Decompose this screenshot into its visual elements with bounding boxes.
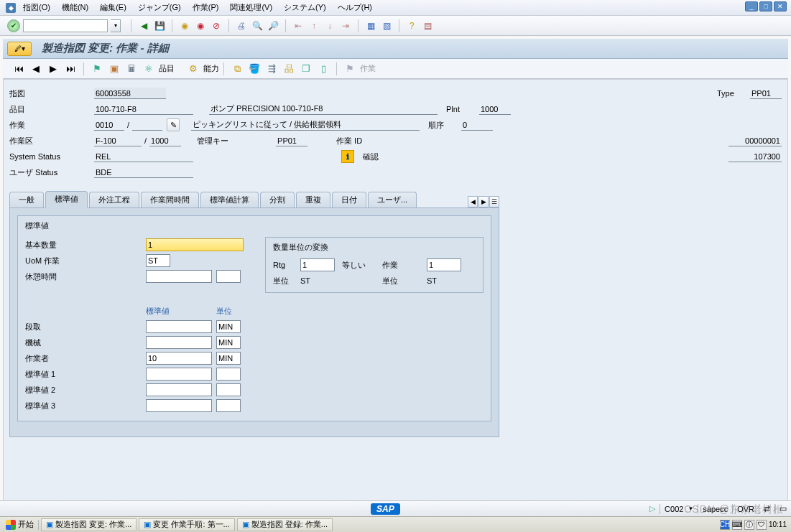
order-label: 指図 <box>9 88 94 99</box>
prev-page-icon[interactable]: ↑ <box>308 20 320 32</box>
new-session-icon[interactable]: ▦ <box>365 20 376 32</box>
std3-label: 標準値 3 <box>25 401 146 411</box>
title-toggle-button[interactable]: 🖉▾ <box>7 42 32 56</box>
maximize-button[interactable]: □ <box>759 1 772 11</box>
copy-icon[interactable]: ❐ <box>300 63 312 75</box>
status-bar: SAP ▷ C002▼ sapecc OVR ⇄ ▭ <box>0 500 791 516</box>
tab-interop-time[interactable]: 作業間時間 <box>141 192 199 207</box>
find-next-icon[interactable]: 🔎 <box>267 20 279 32</box>
tab-dates[interactable]: 日付 <box>332 192 366 207</box>
task-3[interactable]: ▣製造指図 登録: 作業... <box>237 518 333 531</box>
exit-icon[interactable]: ◉ <box>179 20 190 32</box>
menu-edit[interactable]: 編集(E) <box>100 2 126 13</box>
menu-operation[interactable]: 作業(P) <box>193 2 219 13</box>
std1-value[interactable] <box>146 368 212 381</box>
next-page-icon[interactable]: ↓ <box>324 20 336 32</box>
close-button[interactable]: ✕ <box>774 1 787 11</box>
minimize-button[interactable]: _ <box>745 1 758 11</box>
hierarchy-icon[interactable]: ⧉ <box>231 63 243 75</box>
uom-field[interactable] <box>146 254 170 267</box>
menu-extras[interactable]: 関連処理(V) <box>230 2 272 13</box>
info-icon[interactable]: ℹ <box>341 150 354 163</box>
help-icon[interactable]: ? <box>406 20 417 32</box>
command-field[interactable] <box>23 19 108 32</box>
tray-keyboard-icon[interactable]: ⌨ <box>732 520 742 530</box>
first-page-icon[interactable]: ⇤ <box>292 20 304 32</box>
enter-icon[interactable]: ✔ <box>7 19 20 32</box>
sap-menu-icon[interactable]: ◆ <box>6 3 16 13</box>
tree-icon[interactable]: ⇶ <box>266 63 277 75</box>
setup-unit[interactable] <box>216 320 241 333</box>
setup-label: 段取 <box>25 322 146 332</box>
document-icon[interactable]: ▯ <box>318 63 329 75</box>
tab-split[interactable]: 分割 <box>260 192 295 207</box>
tab-calc[interactable]: 標準値計算 <box>200 192 259 207</box>
menu-system[interactable]: システム(Y) <box>284 2 326 13</box>
labor-unit[interactable] <box>216 352 241 365</box>
start-button[interactable]: 开始 <box>1 518 38 531</box>
tab-list[interactable]: ☰ <box>489 196 499 207</box>
tray-info-icon[interactable]: ⓘ <box>744 520 754 530</box>
next-record-icon[interactable]: ▶ <box>47 63 59 75</box>
machine-value[interactable] <box>146 336 212 349</box>
tray-shield-icon[interactable]: 🛡 <box>757 520 767 530</box>
operation-field <box>94 119 124 131</box>
workcenter-plant[interactable] <box>149 135 181 146</box>
tab-external[interactable]: 外注工程 <box>89 192 139 207</box>
std1-unit[interactable] <box>216 368 241 381</box>
back-icon[interactable]: ◀ <box>138 20 149 32</box>
type-label: Type <box>717 89 750 98</box>
oper-conv-field[interactable] <box>427 258 461 271</box>
first-record-icon[interactable]: ⏮ <box>13 63 24 75</box>
tab-user[interactable]: ユーザ... <box>368 192 417 207</box>
network-icon[interactable]: 品 <box>283 63 295 75</box>
tab-general[interactable]: 一般 <box>9 192 44 207</box>
capacity-icon[interactable]: ⚙ <box>188 63 199 75</box>
ledger-icon[interactable]: ▣ <box>108 63 120 75</box>
find-icon[interactable]: 🔍 <box>251 20 263 32</box>
menu-help[interactable]: ヘルプ(H) <box>338 2 372 13</box>
menu-function[interactable]: 機能(N) <box>62 2 88 13</box>
calc-icon[interactable]: 🖩 <box>126 63 137 75</box>
last-record-icon[interactable]: ⏭ <box>65 63 76 75</box>
layout-icon[interactable]: ▤ <box>422 20 433 32</box>
stop-icon[interactable]: ⊘ <box>211 20 222 32</box>
operation-text[interactable] <box>191 119 420 131</box>
tab-scroll-right[interactable]: ▶ <box>478 196 489 207</box>
edit-icon[interactable]: ✎ <box>167 118 180 131</box>
prev-record-icon[interactable]: ◀ <box>30 63 42 75</box>
labor-value[interactable] <box>146 352 212 365</box>
setup-value[interactable] <box>146 320 212 333</box>
menu-order[interactable]: 指図(O) <box>23 2 50 13</box>
status-arrow-icon[interactable]: ▷ <box>649 504 655 513</box>
tab-standard-values[interactable]: 標準値 <box>45 191 88 208</box>
tray-lang-icon[interactable]: CH <box>720 520 730 530</box>
std2-unit[interactable] <box>216 383 241 396</box>
operationid-label: 作業 ID <box>336 136 392 146</box>
cancel-icon[interactable]: ◉ <box>195 20 206 32</box>
tab-overlap[interactable]: 重複 <box>296 192 330 207</box>
std3-unit[interactable] <box>216 399 241 412</box>
controlkey-field[interactable] <box>276 135 307 146</box>
rtg-field[interactable] <box>300 258 335 271</box>
shortcut-icon[interactable]: ▧ <box>381 20 392 32</box>
bucket-icon[interactable]: 🪣 <box>249 63 260 75</box>
menu-goto[interactable]: ジャンプ(G) <box>138 2 181 13</box>
save-icon[interactable]: 💾 <box>154 20 165 32</box>
base-qty-field[interactable] <box>146 238 244 251</box>
flag-icon[interactable]: ⚑ <box>91 63 103 75</box>
material-icon[interactable]: ⚛ <box>143 63 154 75</box>
workcenter-field[interactable] <box>94 135 142 146</box>
tab-scroll-left[interactable]: ◀ <box>468 196 478 207</box>
std2-value[interactable] <box>146 383 212 396</box>
task-2[interactable]: ▣変更 作業手順: 第一... <box>139 518 234 531</box>
std3-value[interactable] <box>146 399 212 412</box>
command-dropdown[interactable]: ▾ <box>111 19 121 32</box>
task-1[interactable]: ▣製造指図 変更: 作業... <box>41 518 137 531</box>
print-icon[interactable]: 🖨 <box>236 20 247 32</box>
workcenter-label: 作業区 <box>9 136 94 146</box>
last-page-icon[interactable]: ⇥ <box>340 20 351 32</box>
break-unit-field[interactable] <box>216 270 241 283</box>
machine-unit[interactable] <box>216 336 241 349</box>
break-field[interactable] <box>146 270 212 283</box>
